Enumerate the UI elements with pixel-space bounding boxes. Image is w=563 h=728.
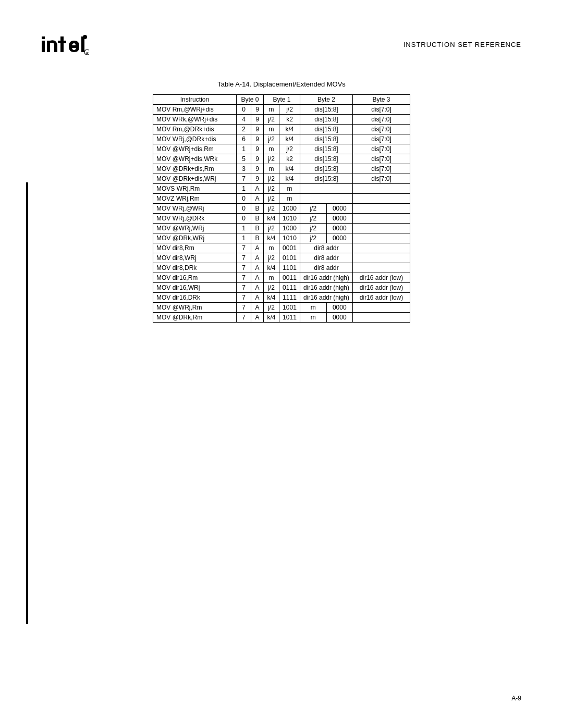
cell-byte0b: 9: [251, 174, 263, 184]
cell-byte1a: m: [263, 144, 279, 154]
cell-byte2: dis[15:8]: [300, 125, 352, 134]
cell-instruction: MOV WRk,@WRj+dis: [153, 115, 236, 125]
cell-byte0b: B: [251, 204, 263, 214]
table-row: MOV WRk,@WRj+dis49j/2k2dis[15:8]dis[7:0]: [153, 115, 410, 125]
cell-byte2: dir8 addr: [300, 263, 352, 273]
cell-byte1a: j/2: [263, 204, 279, 214]
col-header-byte3: Byte 3: [353, 95, 410, 105]
cell-instruction: MOV Rm,@WRj+dis: [153, 105, 236, 115]
cell-instruction: MOV Rm,@DRk+dis: [153, 125, 236, 134]
cell-byte0b: A: [251, 253, 263, 263]
cell-byte1a: m: [263, 125, 279, 134]
cell-instruction: MOV @DRk,Rm: [153, 313, 236, 323]
cell-byte1b: 1101: [279, 263, 300, 273]
cell-byte3: dir16 addr (low): [353, 273, 410, 283]
cell-byte1b: 0101: [279, 253, 300, 263]
main-table: Instruction Byte 0 Byte 1 Byte 2 Byte 3 …: [153, 94, 410, 323]
cell-byte3: dis[7:0]: [353, 105, 410, 115]
table-row: MOVS WRj,Rm1Aj/2m: [153, 184, 410, 194]
cell-byte3: [353, 303, 410, 313]
cell-byte0a: 7: [236, 253, 251, 263]
cell-byte0a: 6: [236, 134, 251, 144]
cell-byte1b: j/2: [279, 144, 300, 154]
cell-instruction: MOV @WRj,WRj: [153, 224, 236, 233]
table-row: MOV Rm,@WRj+dis09mj/2dis[15:8]dis[7:0]: [153, 105, 410, 115]
cell-byte1b: k/4: [279, 134, 300, 144]
cell-byte1a: j/2: [263, 174, 279, 184]
cell-byte1a: k/4: [263, 233, 279, 243]
cell-byte1a: j/2: [263, 184, 279, 194]
cell-byte1b: 1000: [279, 204, 300, 214]
table-row: MOV WRj,@DRk0Bk/41010j/20000: [153, 214, 410, 224]
cell-byte1b: m: [279, 184, 300, 194]
cell-byte2: dir16 addr (high): [300, 273, 352, 283]
cell-byte1a: j/2: [263, 303, 279, 313]
cell-byte0b: 9: [251, 134, 263, 144]
cell-byte0a: 7: [236, 243, 251, 253]
cell-byte1a: m: [263, 243, 279, 253]
cell-byte0a: 2: [236, 125, 251, 134]
cell-byte0b: B: [251, 214, 263, 224]
cell-byte3: dis[7:0]: [353, 115, 410, 125]
cell-byte0a: 0: [236, 214, 251, 224]
page-header: R INSTRUCTION SET REFERENCE: [42, 31, 521, 65]
cell-byte3: dir16 addr (low): [353, 293, 410, 303]
cell-byte3: [353, 233, 410, 243]
cell-byte2: dir8 addr: [300, 243, 352, 253]
cell-byte2: dir8 addr: [300, 253, 352, 263]
cell-instruction: MOV dir8,WRj: [153, 253, 236, 263]
cell-byte0b: A: [251, 283, 263, 293]
col-header-byte1: Byte 1: [263, 95, 300, 105]
cell-byte0b: 9: [251, 164, 263, 174]
table-row: MOV @DRk+dis,Rm39mk/4dis[15:8]dis[7:0]: [153, 164, 410, 174]
svg-rect-2: [47, 41, 50, 52]
cell-byte2: dir16 addr (high): [300, 283, 352, 293]
cell-byte1b: 1000: [279, 224, 300, 233]
cell-byte1a: m: [263, 164, 279, 174]
cell-instruction: MOV @WRj+dis,WRk: [153, 154, 236, 164]
cell-byte0a: 0: [236, 194, 251, 204]
cell-byte1b: j/2: [279, 105, 300, 115]
cell-instruction: MOVS WRj,Rm: [153, 184, 236, 194]
table-row: MOV dir8,DRk7Ak/41101dir8 addr: [153, 263, 410, 273]
cell-byte1b: k/4: [279, 174, 300, 184]
cell-byte3: dir16 addr (low): [353, 283, 410, 293]
svg-rect-0: [42, 36, 45, 39]
table-row: MOV @WRj,WRj1Bj/21000j/20000: [153, 224, 410, 233]
cell-byte0a: 3: [236, 164, 251, 174]
table-title: Table A-14. Displacement/Extended MOVs: [42, 80, 521, 88]
cell-byte2a: j/2: [300, 224, 326, 233]
cell-byte2a: m: [300, 303, 326, 313]
cell-instruction: MOV WRj,@WRj: [153, 204, 236, 214]
cell-byte3: [353, 204, 410, 214]
cell-byte1b: k2: [279, 115, 300, 125]
cell-byte0b: 9: [251, 125, 263, 134]
cell-byte3: [353, 263, 410, 273]
cell-byte0b: 9: [251, 115, 263, 125]
cell-byte0b: A: [251, 293, 263, 303]
cell-byte1b: k/4: [279, 164, 300, 174]
cell-byte1a: k/4: [263, 263, 279, 273]
cell-byte0a: 7: [236, 303, 251, 313]
svg-rect-4: [58, 41, 66, 43]
table-row: MOV dir16,DRk7Ak/41111dir16 addr (high)d…: [153, 293, 410, 303]
page-number: A-9: [511, 695, 521, 702]
cell-byte2: dis[15:8]: [300, 144, 352, 154]
cell-byte3: dis[7:0]: [353, 174, 410, 184]
intel-logo: R: [42, 31, 89, 65]
cell-byte1b: 0111: [279, 283, 300, 293]
table-row: MOV dir8,Rm7Am0001dir8 addr: [153, 243, 410, 253]
cell-byte0a: 7: [236, 273, 251, 283]
cell-instruction: MOV dir16,WRj: [153, 283, 236, 293]
cell-byte2a: j/2: [300, 214, 326, 224]
cell-byte0a: 0: [236, 204, 251, 214]
cell-byte1a: k/4: [263, 313, 279, 323]
cell-byte1b: m: [279, 194, 300, 204]
cell-byte0a: 7: [236, 293, 251, 303]
cell-byte2b: 0000: [326, 204, 353, 214]
cell-byte0b: 9: [251, 144, 263, 154]
cell-byte1b: 0001: [279, 243, 300, 253]
table-row: MOV @DRk,Rm7Ak/41011m0000: [153, 313, 410, 323]
cell-byte1a: m: [263, 273, 279, 283]
cell-byte0b: B: [251, 224, 263, 233]
